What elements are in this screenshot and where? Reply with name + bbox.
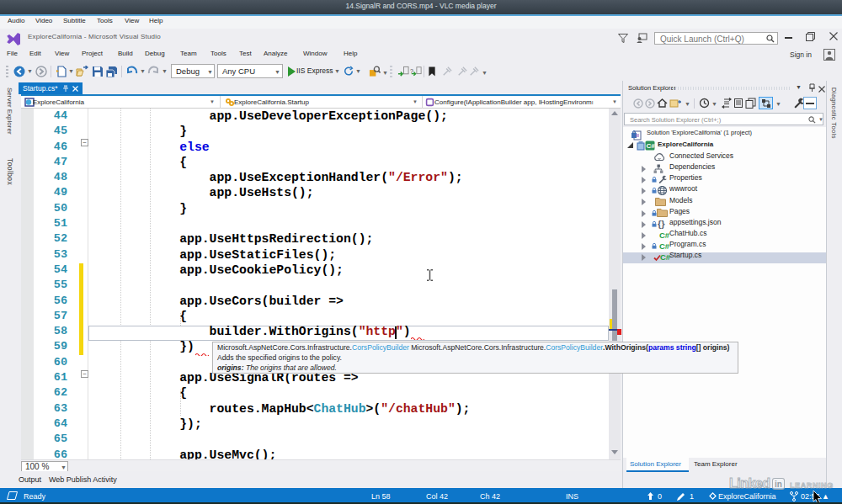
svg-text:?: ? bbox=[410, 68, 413, 74]
svg-text:C#: C# bbox=[659, 241, 670, 251]
svg-text:{}: {} bbox=[658, 219, 665, 229]
svg-text:C#: C# bbox=[647, 142, 656, 150]
svg-text:C#: C# bbox=[659, 231, 670, 240]
